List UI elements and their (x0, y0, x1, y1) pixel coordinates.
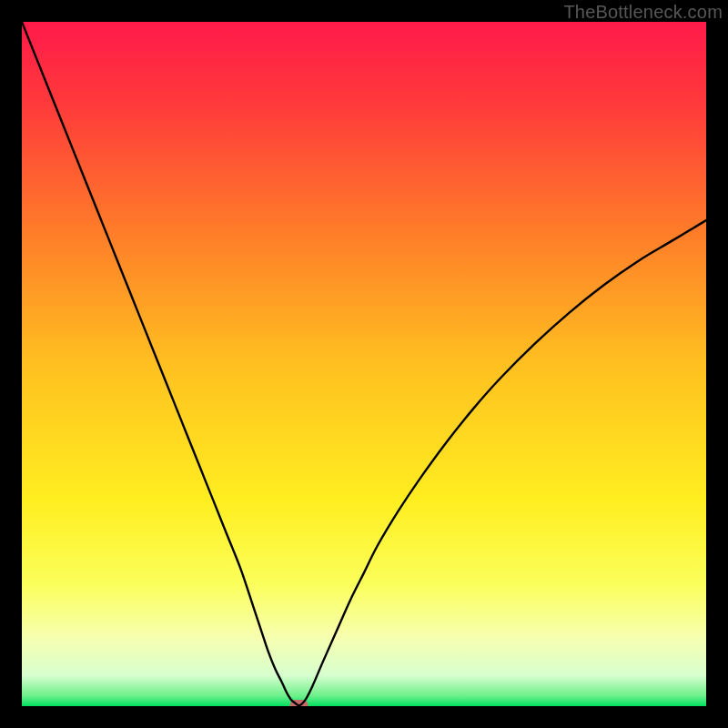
watermark-text: TheBottleneck.com (563, 2, 723, 23)
chart-background (22, 22, 706, 706)
bottleneck-chart (22, 22, 706, 706)
chart-frame (22, 22, 706, 706)
